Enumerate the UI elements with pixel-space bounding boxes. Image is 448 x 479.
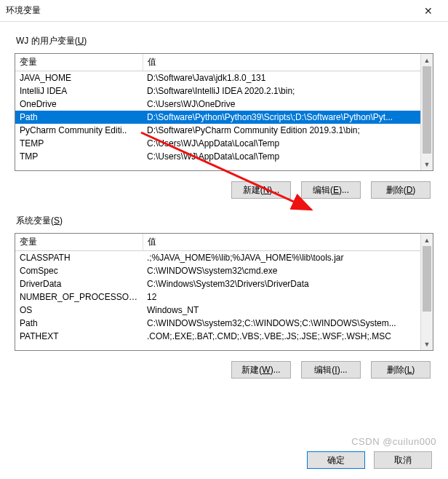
var-value-cell: 12 [143, 290, 433, 304]
sys-col-value[interactable]: 值 [143, 234, 433, 251]
sys-scroll-thumb[interactable] [423, 246, 431, 312]
user-vars-label: WJ 的用户变量(U) [16, 35, 433, 47]
var-name-cell: JAVA_HOME [15, 71, 143, 85]
system-vars-label: 系统变量(S) [16, 215, 433, 227]
user-col-name[interactable]: 变量 [15, 54, 143, 71]
close-button[interactable]: ✕ [415, 1, 442, 21]
scroll-up-icon[interactable]: ▲ [421, 54, 433, 66]
table-row[interactable]: PyCharm Community Editi..D:\Software\PyC… [15, 124, 433, 137]
var-value-cell: D:\Software\PyCharm Community Edition 20… [143, 124, 433, 137]
var-value-cell: .COM;.EXE;.BAT;.CMD;.VBS;.VBE;.JS;.JSE;.… [143, 330, 433, 343]
var-name-cell: IntelliJ IDEA [15, 84, 143, 98]
var-name-cell: TMP [15, 150, 143, 163]
window-title: 环境变量 [6, 4, 415, 17]
user-col-value[interactable]: 值 [143, 54, 433, 71]
var-value-cell: C:\Windows\System32\Drivers\DriverData [143, 277, 433, 290]
dialog-button-row: 确定 取消 [307, 451, 432, 469]
scroll-down-icon[interactable]: ▼ [421, 158, 433, 170]
ok-button[interactable]: 确定 [307, 451, 365, 469]
var-value-cell: C:\Users\WJ\AppData\Local\Temp [143, 150, 433, 163]
var-name-cell: OneDrive [15, 98, 143, 111]
system-vars-section: 系统变量(S) 变量 值 CLASSPATH.;%JAVA_HOME%\lib;… [15, 215, 433, 379]
var-name-cell: NUMBER_OF_PROCESSORS [15, 290, 143, 304]
var-value-cell: D:\Software\Python\Python39\Scripts\;D:\… [143, 111, 433, 124]
titlebar: 环境变量 ✕ [0, 0, 448, 22]
var-value-cell: .;%JAVA_HOME%\lib;%JAVA_HOME%\lib\tools.… [143, 251, 433, 265]
dialog-content: WJ 的用户变量(U) 变量 值 JAVA_HOMED:\Software\Ja… [0, 22, 448, 396]
user-scroll-thumb[interactable] [423, 66, 431, 154]
var-name-cell: OS [15, 304, 143, 317]
sys-edit-button[interactable]: 编辑(I)... [301, 361, 361, 379]
var-value-cell: C:\Users\WJ\AppData\Local\Temp [143, 137, 433, 150]
sys-scrollbar[interactable]: ▲ ▼ [420, 234, 433, 350]
var-value-cell: C:\WINDOWS\system32;C:\WINDOWS;C:\WINDOW… [143, 317, 433, 330]
table-row[interactable]: ComSpecC:\WINDOWS\system32\cmd.exe [15, 264, 433, 277]
user-button-row: 新建(N)... 编辑(E)... 删除(D) [15, 181, 433, 199]
user-scrollbar[interactable]: ▲ ▼ [420, 54, 433, 170]
table-row[interactable]: JAVA_HOMED:\Software\Java\jdk1.8.0_131 [15, 71, 433, 85]
var-value-cell: C:\Users\WJ\OneDrive [143, 98, 433, 111]
var-value-cell: D:\Software\Java\jdk1.8.0_131 [143, 71, 433, 85]
table-row[interactable]: PATHEXT.COM;.EXE;.BAT;.CMD;.VBS;.VBE;.JS… [15, 330, 433, 343]
table-row[interactable]: PathD:\Software\Python\Python39\Scripts\… [15, 111, 433, 124]
var-value-cell: C:\WINDOWS\system32\cmd.exe [143, 264, 433, 277]
var-name-cell: CLASSPATH [15, 251, 143, 265]
table-row[interactable]: OneDriveC:\Users\WJ\OneDrive [15, 98, 433, 111]
var-name-cell: PyCharm Community Editi.. [15, 124, 143, 137]
var-name-cell: TEMP [15, 137, 143, 150]
system-vars-table[interactable]: 变量 值 CLASSPATH.;%JAVA_HOME%\lib;%JAVA_HO… [15, 233, 433, 351]
table-row[interactable]: OSWindows_NT [15, 304, 433, 317]
table-row[interactable]: CLASSPATH.;%JAVA_HOME%\lib;%JAVA_HOME%\l… [15, 251, 433, 265]
sys-button-row: 新建(W)... 编辑(I)... 删除(L) [15, 361, 433, 379]
table-row[interactable]: TMPC:\Users\WJ\AppData\Local\Temp [15, 150, 433, 163]
user-delete-button[interactable]: 删除(D) [371, 181, 431, 199]
var-value-cell: Windows_NT [143, 304, 433, 317]
table-row[interactable]: PathC:\WINDOWS\system32;C:\WINDOWS;C:\WI… [15, 317, 433, 330]
var-value-cell: D:\Software\IntelliJ IDEA 2020.2.1\bin; [143, 84, 433, 98]
table-row[interactable]: IntelliJ IDEAD:\Software\IntelliJ IDEA 2… [15, 84, 433, 98]
table-row[interactable]: NUMBER_OF_PROCESSORS12 [15, 290, 433, 304]
sys-col-name[interactable]: 变量 [15, 234, 143, 251]
var-name-cell: PATHEXT [15, 330, 143, 343]
var-name-cell: DriverData [15, 277, 143, 290]
scroll-down-icon[interactable]: ▼ [421, 338, 433, 350]
user-vars-section: WJ 的用户变量(U) 变量 值 JAVA_HOMED:\Software\Ja… [15, 35, 433, 199]
sys-new-button[interactable]: 新建(W)... [231, 361, 291, 379]
user-new-button[interactable]: 新建(N)... [231, 181, 291, 199]
var-name-cell: Path [15, 317, 143, 330]
sys-delete-button[interactable]: 删除(L) [371, 361, 431, 379]
table-row[interactable]: DriverDataC:\Windows\System32\Drivers\Dr… [15, 277, 433, 290]
watermark-text: CSDN @cuilun000 [351, 436, 436, 447]
var-name-cell: Path [15, 111, 143, 124]
var-name-cell: ComSpec [15, 264, 143, 277]
table-row[interactable]: TEMPC:\Users\WJ\AppData\Local\Temp [15, 137, 433, 150]
user-vars-table[interactable]: 变量 值 JAVA_HOMED:\Software\Java\jdk1.8.0_… [15, 53, 433, 171]
user-edit-button[interactable]: 编辑(E)... [301, 181, 361, 199]
cancel-button[interactable]: 取消 [374, 451, 432, 469]
scroll-up-icon[interactable]: ▲ [421, 234, 433, 246]
